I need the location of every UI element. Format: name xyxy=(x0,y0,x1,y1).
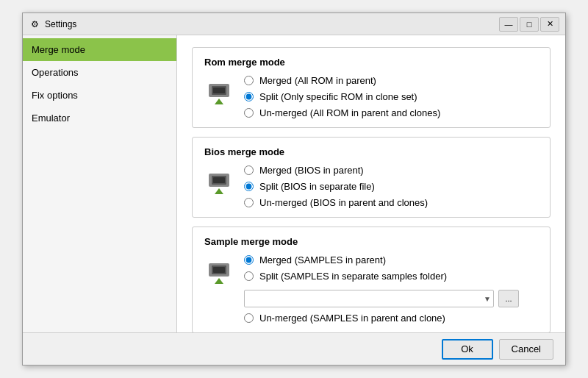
sidebar-item-merge-mode[interactable]: Merge mode xyxy=(23,38,176,61)
bios-icon xyxy=(204,166,234,196)
main-panel: Rom merge mode Merged (All ROM xyxy=(177,35,565,332)
svg-rect-6 xyxy=(213,177,225,183)
ok-button[interactable]: Ok xyxy=(442,339,493,360)
rom-merge-section: Rom merge mode Merged (All ROM xyxy=(192,47,551,128)
sidebar-item-emulator[interactable]: Emulator xyxy=(23,107,176,129)
close-button[interactable]: ✕ xyxy=(540,17,559,32)
rom-icon xyxy=(204,76,234,106)
sample-unmerged-option[interactable]: Un-merged (SAMPLES in parent and clone) xyxy=(244,313,538,324)
bios-split-option[interactable]: Split (BIOS in separate file) xyxy=(244,181,428,192)
sample-folder-row: ▼ ... xyxy=(244,290,538,307)
browse-button[interactable]: ... xyxy=(498,290,519,307)
bios-options: Merged (BIOS in parent) Split (BIOS in s… xyxy=(244,165,428,208)
settings-window: ⚙ Settings — □ ✕ Merge mode Operations F… xyxy=(22,13,566,365)
rom-options: Merged (All ROM in parent) Split (Only s… xyxy=(244,75,440,118)
rom-unmerged-radio[interactable] xyxy=(244,108,254,118)
bios-unmerged-radio[interactable] xyxy=(244,198,254,207)
bios-merged-option[interactable]: Merged (BIOS in parent) xyxy=(244,165,428,176)
svg-marker-3 xyxy=(215,99,223,104)
svg-marker-7 xyxy=(215,188,223,194)
bios-split-radio[interactable] xyxy=(244,182,254,191)
content-area: Merge mode Operations Fix options Emulat… xyxy=(23,35,565,332)
sidebar: Merge mode Operations Fix options Emulat… xyxy=(23,35,177,332)
sample-folder-dropdown[interactable] xyxy=(244,290,494,307)
sample-merged-option[interactable]: Merged (SAMPLES in parent) xyxy=(244,254,538,265)
svg-rect-2 xyxy=(213,88,225,93)
rom-merged-option[interactable]: Merged (All ROM in parent) xyxy=(244,75,440,86)
bios-merge-section: Bios merge mode Merged (BIOS i xyxy=(192,137,551,218)
maximize-button[interactable]: □ xyxy=(520,17,539,32)
window-controls: — □ ✕ xyxy=(499,17,559,32)
sample-merge-section: Sample merge mode Merged (SAMP xyxy=(192,227,551,332)
title-bar: ⚙ Settings — □ ✕ xyxy=(23,13,565,35)
sample-section-title: Sample merge mode xyxy=(204,236,538,247)
bios-unmerged-option[interactable]: Un-merged (BIOS in parent and clones) xyxy=(244,197,428,208)
sample-unmerged-radio[interactable] xyxy=(244,313,254,323)
bios-merged-radio[interactable] xyxy=(244,165,254,175)
minimize-button[interactable]: — xyxy=(499,17,518,32)
sample-icon xyxy=(204,256,234,285)
window-icon: ⚙ xyxy=(29,18,40,30)
sidebar-item-operations[interactable]: Operations xyxy=(23,61,176,84)
sample-merged-radio[interactable] xyxy=(244,255,254,265)
sample-options: Merged (SAMPLES in parent) Split (SAMPLE… xyxy=(244,254,538,324)
footer: Ok Cancel xyxy=(23,332,565,365)
rom-unmerged-option[interactable]: Un-merged (All ROM in parent and clones) xyxy=(244,107,440,118)
svg-rect-10 xyxy=(213,267,225,273)
svg-marker-11 xyxy=(215,278,223,284)
rom-section-title: Rom merge mode xyxy=(204,57,538,68)
rom-split-option[interactable]: Split (Only specific ROM in clone set) xyxy=(244,91,440,102)
bios-section-title: Bios merge mode xyxy=(204,146,538,157)
rom-merged-radio[interactable] xyxy=(244,76,254,85)
sample-split-option[interactable]: Split (SAMPLES in separate samples folde… xyxy=(244,271,538,282)
rom-split-radio[interactable] xyxy=(244,92,254,101)
sidebar-item-fix-options[interactable]: Fix options xyxy=(23,84,176,107)
window-title: Settings xyxy=(45,19,76,29)
sample-split-radio[interactable] xyxy=(244,271,254,281)
cancel-button[interactable]: Cancel xyxy=(499,339,553,360)
